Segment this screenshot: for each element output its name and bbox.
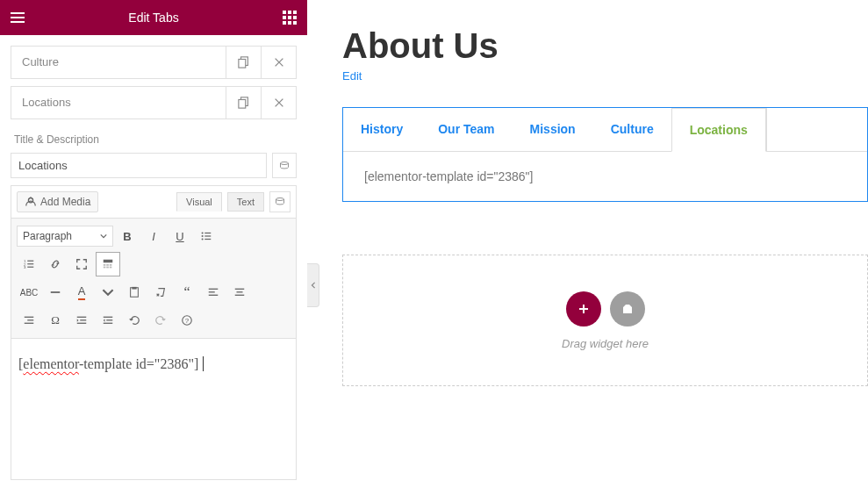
svg-rect-20 bbox=[204, 233, 211, 233]
italic-icon[interactable]: I bbox=[141, 224, 166, 248]
add-template-button[interactable] bbox=[610, 291, 645, 327]
strikethrough-icon[interactable]: ABC bbox=[17, 280, 41, 305]
tab-item-culture[interactable]: Culture bbox=[11, 46, 297, 79]
editor-toolbar: Paragraph B I U 123 bbox=[11, 219, 296, 339]
text-tab[interactable]: Text bbox=[227, 192, 264, 212]
text-color-dropdown-icon[interactable] bbox=[96, 280, 120, 305]
svg-rect-15 bbox=[238, 100, 245, 109]
format-select[interactable]: Paragraph bbox=[17, 226, 113, 247]
svg-rect-37 bbox=[110, 267, 112, 269]
svg-text:3: 3 bbox=[24, 265, 26, 269]
svg-point-21 bbox=[202, 235, 204, 237]
editor-top-bar: Add Media Visual Text bbox=[11, 186, 296, 219]
redo-icon[interactable] bbox=[148, 308, 173, 333]
svg-rect-51 bbox=[80, 319, 86, 320]
indent-icon[interactable] bbox=[96, 308, 120, 333]
svg-rect-43 bbox=[209, 295, 219, 296]
svg-rect-3 bbox=[283, 11, 286, 14]
svg-rect-22 bbox=[204, 235, 211, 236]
close-icon[interactable] bbox=[261, 87, 296, 118]
widget-dropzone[interactable]: Drag widget here bbox=[342, 255, 868, 386]
outdent-icon[interactable] bbox=[69, 308, 94, 333]
shortcode-text: [elementor-template id="2386"] bbox=[18, 356, 204, 371]
add-media-button[interactable]: Add Media bbox=[17, 191, 98, 212]
dynamic-tags-icon[interactable] bbox=[272, 153, 297, 178]
svg-rect-55 bbox=[104, 323, 113, 324]
svg-rect-8 bbox=[293, 16, 297, 19]
special-char-icon[interactable]: Ω bbox=[43, 308, 68, 333]
svg-rect-52 bbox=[77, 323, 87, 324]
clear-formatting-icon[interactable] bbox=[148, 280, 173, 305]
svg-rect-50 bbox=[77, 317, 87, 318]
tab-item-locations[interactable]: Locations bbox=[11, 86, 297, 119]
svg-rect-13 bbox=[238, 60, 245, 68]
undo-icon[interactable] bbox=[122, 308, 147, 333]
toolbar-toggle-icon[interactable] bbox=[96, 252, 120, 276]
fullscreen-icon[interactable] bbox=[69, 252, 94, 276]
svg-rect-1 bbox=[11, 17, 25, 18]
close-icon[interactable] bbox=[261, 47, 296, 78]
tab-history[interactable]: History bbox=[343, 108, 420, 151]
svg-point-19 bbox=[202, 232, 204, 233]
format-select-label: Paragraph bbox=[23, 230, 72, 242]
tab-our-team[interactable]: Our Team bbox=[420, 108, 512, 151]
duplicate-icon[interactable] bbox=[226, 47, 261, 78]
svg-rect-54 bbox=[106, 319, 112, 320]
title-input-row bbox=[11, 153, 297, 178]
tabs-widget: History Our Team Mission Culture Locatio… bbox=[342, 107, 868, 202]
link-icon[interactable] bbox=[43, 252, 68, 276]
svg-rect-35 bbox=[104, 267, 106, 269]
svg-point-16 bbox=[281, 161, 289, 164]
svg-point-18 bbox=[276, 198, 284, 201]
tab-mission[interactable]: Mission bbox=[513, 108, 593, 151]
panel-body: Culture Locations Title & Description bbox=[0, 35, 307, 488]
svg-rect-36 bbox=[106, 267, 109, 269]
tab-empty bbox=[766, 108, 867, 151]
svg-rect-32 bbox=[104, 264, 106, 266]
svg-rect-11 bbox=[293, 21, 297, 25]
svg-rect-5 bbox=[293, 11, 297, 14]
tab-locations[interactable]: Locations bbox=[671, 108, 766, 152]
svg-rect-44 bbox=[235, 289, 245, 290]
align-right-icon[interactable] bbox=[17, 308, 41, 333]
dropzone-actions bbox=[566, 291, 645, 327]
svg-rect-10 bbox=[288, 21, 291, 25]
blockquote-icon[interactable]: “ bbox=[175, 280, 199, 305]
panel-header: Edit Tabs bbox=[0, 0, 307, 35]
svg-rect-31 bbox=[104, 260, 113, 263]
tabs-content: [elementor-template id="2386"] bbox=[343, 152, 867, 201]
align-left-icon[interactable] bbox=[201, 280, 226, 305]
svg-rect-9 bbox=[283, 21, 286, 25]
help-icon[interactable]: ? bbox=[175, 308, 199, 333]
paste-text-icon[interactable] bbox=[122, 280, 147, 305]
visual-tab[interactable]: Visual bbox=[176, 192, 222, 212]
svg-rect-26 bbox=[27, 261, 33, 262]
svg-rect-53 bbox=[104, 317, 113, 318]
section-label: Title & Description bbox=[11, 126, 297, 153]
tab-item-label: Culture bbox=[11, 47, 226, 78]
edit-link[interactable]: Edit bbox=[342, 69, 362, 83]
editor-content-area[interactable]: [elementor-template id="2386"] bbox=[11, 339, 296, 479]
underline-icon[interactable]: U bbox=[168, 224, 192, 248]
duplicate-icon[interactable] bbox=[226, 87, 261, 118]
svg-rect-33 bbox=[106, 264, 109, 266]
numbered-list-icon[interactable]: 123 bbox=[17, 252, 41, 276]
apps-icon[interactable] bbox=[283, 11, 297, 25]
svg-rect-41 bbox=[209, 289, 219, 290]
text-color-icon[interactable]: A bbox=[69, 280, 94, 305]
tabs-nav: History Our Team Mission Culture Locatio… bbox=[343, 108, 867, 152]
svg-rect-24 bbox=[204, 239, 211, 240]
title-input[interactable] bbox=[11, 153, 267, 178]
bold-icon[interactable]: B bbox=[115, 224, 140, 248]
editor-panel: Edit Tabs Culture Locations Title & Desc… bbox=[0, 0, 307, 488]
align-center-icon[interactable] bbox=[227, 280, 252, 305]
dynamic-tags-icon[interactable] bbox=[269, 191, 291, 212]
menu-icon[interactable] bbox=[11, 11, 25, 25]
svg-rect-30 bbox=[27, 267, 33, 268]
tab-item-label: Locations bbox=[11, 87, 226, 118]
horizontal-rule-icon[interactable] bbox=[43, 280, 68, 305]
tab-culture[interactable]: Culture bbox=[593, 108, 671, 151]
add-section-button[interactable] bbox=[566, 291, 601, 327]
svg-rect-2 bbox=[11, 21, 25, 23]
bullet-list-icon[interactable] bbox=[194, 224, 219, 248]
